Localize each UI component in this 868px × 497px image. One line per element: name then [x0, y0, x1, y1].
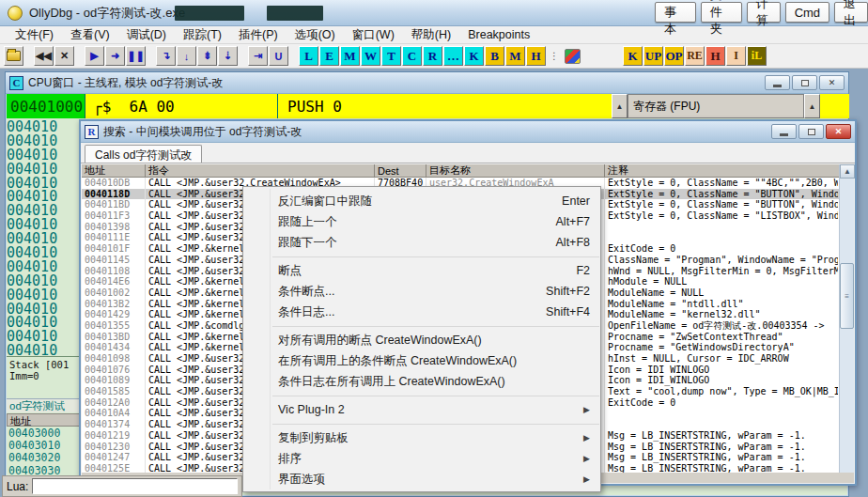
plugin-button[interactable]: [563, 46, 582, 66]
menu-item[interactable]: 排序▶: [244, 448, 599, 469]
toolbar-view-button[interactable]: E: [319, 46, 339, 66]
menu-item[interactable]: 反汇编窗口中跟随Enter: [244, 191, 599, 211]
disasm-address-clipped[interactable]: 004010: [7, 188, 82, 202]
desktop-button-退出[interactable]: 退出: [834, 2, 868, 23]
cpu-restore-button[interactable]: [792, 75, 817, 90]
toolbar-plugin-button-OP[interactable]: OP: [664, 46, 684, 66]
toolbar-step-button[interactable]: ↓: [177, 46, 196, 66]
disasm-address-column[interactable]: 0040100040100040100040100040100040100040…: [7, 118, 82, 356]
column-header-address[interactable]: 地址: [82, 164, 146, 177]
toolbar-run-button[interactable]: ➜: [105, 46, 125, 66]
toolbar-plugin-button-I[interactable]: I: [726, 46, 746, 66]
toolbar-view-button[interactable]: T: [381, 46, 401, 66]
menubar-item-帮助H[interactable]: 帮助(H): [404, 26, 458, 44]
toolbar-step-button[interactable]: ⇟: [197, 46, 217, 66]
toolbar-plugin-button-iL[interactable]: iL: [747, 46, 767, 66]
menu-item[interactable]: 跟随下一个Alt+F8: [244, 232, 599, 253]
disasm-address-clipped[interactable]: 004010: [7, 244, 82, 258]
search-window-titlebar[interactable]: R 搜索 - 中间模块调用位于 od字符测试-改 ✕: [81, 121, 855, 143]
dump-address-row[interactable]: 00403000: [7, 427, 82, 439]
dump-window-caption[interactable]: od字符测试: [7, 398, 82, 412]
menu-item[interactable]: 对所有调用的断点 CreateWindowExA(): [244, 330, 599, 350]
disasm-address-clipped[interactable]: 004010: [7, 230, 82, 244]
search-vertical-scrollbar[interactable]: ▲ ≡: [839, 164, 854, 473]
desktop-button-计算[interactable]: 计算: [747, 2, 781, 23]
scroll-up-icon[interactable]: ▲: [840, 164, 855, 179]
disasm-address-clipped[interactable]: 004010: [7, 328, 82, 342]
toolbar-plugin-button-RE[interactable]: RE: [685, 46, 705, 66]
toolbar-view-button[interactable]: M: [505, 46, 525, 66]
disasm-address-clipped[interactable]: 004010: [7, 287, 82, 301]
menu-item[interactable]: 条件日志...Shift+F4: [244, 302, 599, 322]
menu-item[interactable]: 条件断点...Shift+F2: [244, 281, 599, 302]
menu-item[interactable]: 界面选项▶: [244, 469, 599, 489]
toolbar-view-button[interactable]: R: [423, 46, 442, 66]
desktop-button-Cmd[interactable]: Cmd: [785, 2, 829, 23]
menubar-item-跟踪T[interactable]: 跟踪(T): [176, 26, 229, 44]
toolbar-plugin-button-K[interactable]: K: [623, 46, 643, 66]
disasm-address-clipped[interactable]: 004010: [7, 118, 82, 132]
disasm-address-clipped[interactable]: 004010: [7, 342, 82, 356]
column-header-instruction[interactable]: 指令: [146, 164, 375, 177]
toolbar-trace-button[interactable]: ⇥: [248, 46, 268, 66]
menubar-item-窗口W[interactable]: 窗口(W): [345, 26, 402, 44]
menu-item[interactable]: Vic Plug-In 2▶: [244, 399, 599, 420]
lua-command-input[interactable]: [32, 478, 238, 494]
menubar-item-调试D[interactable]: 调试(D): [119, 26, 174, 44]
toolbar-run-button[interactable]: ▶: [85, 46, 104, 66]
disasm-address-clipped[interactable]: 004010: [7, 258, 82, 272]
search-close-button[interactable]: ✕: [826, 124, 851, 139]
toolbar-step-button[interactable]: ↴: [156, 46, 176, 66]
menu-item[interactable]: 复制到剪贴板▶: [244, 427, 599, 448]
disasm-address-clipped[interactable]: 004010: [7, 147, 82, 161]
column-header-dest[interactable]: Dest: [375, 164, 426, 177]
toolbar-view-button[interactable]: M: [340, 46, 360, 66]
dump-address-header[interactable]: 地址: [7, 413, 82, 427]
column-header-comment[interactable]: 注释: [605, 164, 838, 177]
disasm-address-clipped[interactable]: 004010: [7, 132, 82, 147]
disasm-address-clipped[interactable]: 004010: [7, 301, 82, 315]
registers-pane-header[interactable]: 寄存器 (FPU): [628, 94, 804, 118]
desktop-button-文件夹[interactable]: 文件夹: [701, 2, 742, 23]
dump-address-row[interactable]: 00403030: [7, 464, 82, 476]
disasm-address-clipped[interactable]: 004010: [7, 272, 82, 287]
toolbar-view-button[interactable]: C: [402, 46, 422, 66]
scrollbar-thumb[interactable]: ≡: [840, 263, 854, 329]
menubar-item-文件F[interactable]: 文件(F): [8, 26, 61, 44]
menu-item[interactable]: 在所有调用上的条件断点 CreateWindowExA(): [244, 350, 599, 371]
toolbar-plugin-button-H[interactable]: H: [705, 46, 725, 66]
search-minimize-button[interactable]: [771, 124, 797, 139]
toolbar-run-button[interactable]: ❚❚: [126, 46, 146, 66]
tab-calls[interactable]: Calls od字符测试改: [85, 145, 202, 163]
disasm-address-clipped[interactable]: 004010: [7, 216, 82, 230]
toolbar-nav-button[interactable]: ✕: [54, 46, 74, 66]
menu-item[interactable]: 条件日志在所有调用上 CreateWindowExA(): [244, 371, 599, 392]
open-file-button[interactable]: [4, 46, 23, 66]
toolbar-step-button[interactable]: ⇣: [218, 46, 238, 66]
menubar-item-Breakpoints[interactable]: Breakpoints: [460, 27, 537, 42]
disasm-scroll-up-icon[interactable]: ▲: [612, 94, 628, 118]
disasm-address[interactable]: 00401000: [7, 94, 85, 118]
disasm-address-clipped[interactable]: 004010: [7, 314, 82, 328]
toolbar-view-button[interactable]: …: [443, 46, 463, 66]
desktop-button-记事本[interactable]: 记事本: [655, 2, 696, 23]
toolbar-plugin-button-UP[interactable]: UP: [643, 46, 663, 66]
menu-item[interactable]: 断点F2: [244, 260, 599, 281]
menu-item[interactable]: 跟随上一个Alt+F7: [244, 211, 599, 232]
search-restore-button[interactable]: [798, 124, 824, 139]
toolbar-trace-button[interactable]: U: [269, 46, 288, 66]
disasm-address-clipped[interactable]: 004010: [7, 202, 82, 216]
menubar-item-查看V[interactable]: 查看(V): [63, 26, 117, 44]
disasm-address-clipped[interactable]: 004010: [7, 161, 82, 175]
toolbar-view-button[interactable]: L: [299, 46, 318, 66]
cpu-minimize-button[interactable]: [765, 75, 790, 90]
dump-address-row[interactable]: 00403010: [7, 439, 82, 451]
cpu-window-titlebar[interactable]: C CPU窗口 - 主线程, 模块 od字符测试-改 ✕: [6, 72, 848, 94]
toolbar-view-button[interactable]: W: [361, 46, 380, 66]
disasm-selected-row[interactable]: 00401000 ┌$ 6A 00 PUSH 0 ▲ 寄存器 (FPU) ▲: [7, 94, 849, 118]
toolbar-view-button[interactable]: B: [485, 46, 504, 66]
registers-scroll-up-icon[interactable]: ▲: [804, 94, 820, 118]
toolbar-nav-button[interactable]: ◀◀: [34, 46, 54, 66]
toolbar-view-button[interactable]: K: [464, 46, 484, 66]
dump-address-row[interactable]: 00403020: [7, 451, 82, 463]
